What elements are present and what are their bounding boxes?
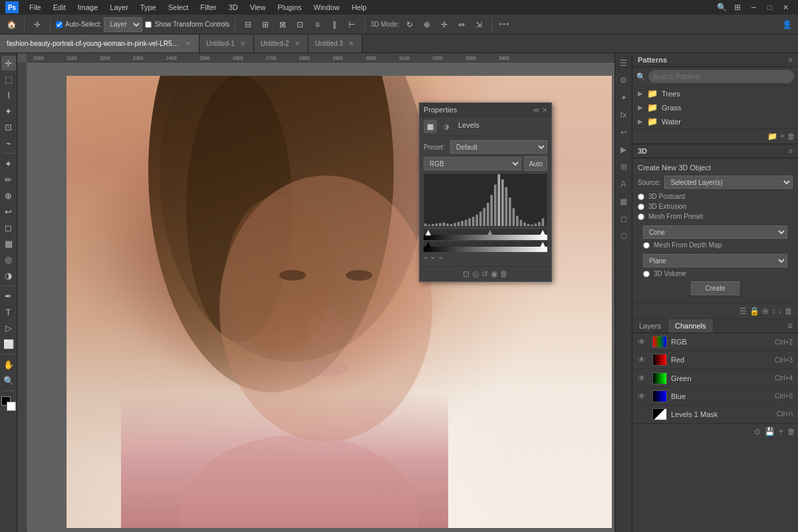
workspace-icon[interactable]: 👤 (779, 17, 794, 32)
option-mesh-depth[interactable]: Mesh From Depth Map (643, 241, 793, 249)
levels-output-slider[interactable]: ▲ ▲ (424, 241, 547, 252)
shape-tool[interactable]: ⬜ (1, 336, 16, 351)
menu-select[interactable]: Select (163, 2, 194, 13)
channel-rgb[interactable]: 👁 RGB Ctrl+2 (632, 333, 798, 351)
menu-layer[interactable]: Layer (104, 2, 134, 13)
move-tool[interactable]: ✛ (1, 56, 16, 70)
3d-scene-filter[interactable]: ☰ (739, 307, 747, 316)
window-close[interactable]: ✕ (778, 0, 793, 15)
3d-trash-icon[interactable]: ↓ (778, 307, 782, 316)
more-options-icon[interactable]: ••• (497, 17, 512, 32)
tab-main-file[interactable]: fashion-beauty-portrait-of-young-woman-i… (0, 35, 200, 53)
pen-tool[interactable]: ✒ (1, 289, 16, 303)
props-tab-mask[interactable]: ◑ (440, 120, 453, 133)
arrange-panels-icon[interactable]: ⊞ (616, 160, 631, 174)
layers-panel-options[interactable]: ≡ (782, 319, 798, 332)
option-mesh-preset[interactable]: Mesh From Preset (638, 213, 793, 220)
patterns-panel-header[interactable]: Patterns ≡ (632, 53, 798, 67)
channel-eye-mask[interactable]: 👁 (638, 410, 648, 419)
white-point-eyedropper[interactable]: ⌁ (438, 253, 443, 262)
view-previous-btn[interactable]: ◉ (491, 269, 497, 279)
3d-slide-icon[interactable]: ⇔ (454, 17, 469, 32)
props-collapse-btn[interactable]: ≪ (533, 106, 539, 114)
auto-btn[interactable]: Auto (524, 156, 547, 171)
option-3d-postcard[interactable]: 3D Postcard (638, 193, 793, 200)
pattern-item-water[interactable]: ▶ 📁 Water (632, 114, 798, 128)
shapes-icon[interactable]: ◻ (616, 211, 631, 226)
zoom-tool[interactable]: 🔍 (1, 373, 16, 388)
tab-untitled3[interactable]: Untitled 3 ✕ (309, 35, 362, 53)
menu-type[interactable]: Type (135, 2, 162, 13)
channel-eye-red[interactable]: 👁 (638, 355, 648, 364)
distribute4-icon[interactable]: ⊢ (344, 17, 359, 32)
new-pattern-icon[interactable]: + (780, 132, 785, 141)
tab-channels[interactable]: Channels (668, 319, 713, 332)
3d-trash2-icon[interactable]: 🗑 (785, 307, 793, 316)
window-maximize[interactable]: □ (762, 0, 777, 15)
canvas-area[interactable]: Properties ≪ ✕ ▦ ◑ Levels Preset: (27, 63, 614, 532)
select-rect-tool[interactable]: ⬚ (1, 72, 16, 86)
new-folder-icon[interactable]: 📁 (767, 132, 777, 141)
pattern-item-grass[interactable]: ▶ 📁 Grass (632, 100, 798, 114)
props-tab-histogram[interactable]: ▦ (424, 120, 437, 133)
gradient-tool[interactable]: ▦ (1, 236, 16, 251)
eraser-tool[interactable]: ◻ (1, 220, 16, 235)
3d-rotate-icon[interactable]: ↻ (402, 17, 417, 32)
clip-to-layer-btn[interactable]: ⊡ (463, 269, 469, 279)
clone-tool[interactable]: ⊕ (1, 188, 16, 203)
text-tool[interactable]: T (1, 305, 16, 319)
search-icon[interactable]: 🔍 (714, 0, 729, 15)
levels-input-slider[interactable]: ▲ ▲ ▲ (424, 229, 547, 240)
auto-select-checkbox[interactable]: Auto-Select: (56, 21, 101, 28)
props-close-btn[interactable]: ✕ (542, 106, 547, 114)
layer-select[interactable]: Layer Group (104, 17, 142, 32)
3d-pan-icon[interactable]: ✛ (437, 17, 452, 32)
adjustments-icon[interactable]: ✦ (616, 90, 631, 105)
new-channel-icon[interactable]: + (779, 427, 783, 436)
patterns-search-input[interactable] (648, 70, 794, 83)
create-3d-btn[interactable]: Create (691, 281, 739, 295)
black-point-eyedropper[interactable]: ⌁ (424, 253, 428, 262)
lasso-tool[interactable]: ⌇ (1, 88, 16, 102)
channel-levels-mask[interactable]: 👁 Levels 1 Mask Ctrl+\ (632, 406, 798, 424)
distribute-icon[interactable]: ⊡ (293, 17, 307, 32)
spot-heal-tool[interactable]: ✦ (1, 156, 16, 171)
3d-scale-icon[interactable]: ⇲ (471, 17, 486, 32)
tab-layers[interactable]: Layers (632, 319, 668, 332)
channel-blue[interactable]: 👁 Blue Ctrl+5 (632, 388, 798, 406)
properties-icon[interactable]: ⚙ (616, 73, 631, 88)
tab-close-1[interactable]: ✕ (239, 40, 247, 47)
distribute3-icon[interactable]: ∥ (327, 17, 342, 32)
layers-icon[interactable]: ☰ (616, 56, 631, 70)
align-left-icon[interactable]: ⊟ (241, 17, 255, 32)
gray-point-eyedropper[interactable]: ⌁ (431, 253, 436, 262)
3d-add-icon[interactable]: 🔒 (749, 307, 759, 316)
tab-untitled2[interactable]: Untitled-2 ✕ (254, 35, 309, 53)
option-3d-extrusion[interactable]: 3D Extrusion (638, 203, 793, 210)
align-center-icon[interactable]: ⊞ (258, 17, 273, 32)
history-brush-tool[interactable]: ↩ (1, 204, 16, 219)
background-color[interactable] (7, 402, 16, 411)
source-select[interactable]: Selected Layer(s) Current Document (664, 176, 793, 189)
menu-image[interactable]: Image (72, 2, 104, 13)
channel-eye-rgb[interactable]: 👁 (638, 337, 648, 346)
3d-delete-icon[interactable]: ↕ (771, 307, 775, 316)
channel-select[interactable]: RGB Red Green Blue (424, 157, 521, 170)
menu-3d[interactable]: 3D (223, 2, 243, 13)
align-right-icon[interactable]: ⊠ (275, 17, 290, 32)
3d-roll-icon[interactable]: ⊕ (420, 17, 434, 32)
patterns-panel-options[interactable]: ≡ (789, 56, 793, 64)
delete-btn[interactable]: 🗑 (500, 269, 508, 279)
menu-filter[interactable]: Filter (195, 2, 221, 13)
blur-tool[interactable]: ◎ (1, 252, 16, 267)
load-selection-icon[interactable]: ⊙ (754, 427, 761, 436)
effects-icon[interactable]: fx (616, 108, 631, 122)
move-icon[interactable]: ✛ (30, 17, 45, 32)
gradients-icon[interactable]: ▦ (616, 194, 631, 209)
distribute2-icon[interactable]: ≡ (310, 17, 325, 32)
menu-help[interactable]: Help (346, 2, 372, 13)
eyedropper-tool[interactable]: ⌁ (1, 136, 16, 150)
quick-select-tool[interactable]: ✦ (1, 104, 16, 118)
history-icon[interactable]: ↩ (616, 125, 631, 140)
color-swatches[interactable] (1, 396, 16, 411)
